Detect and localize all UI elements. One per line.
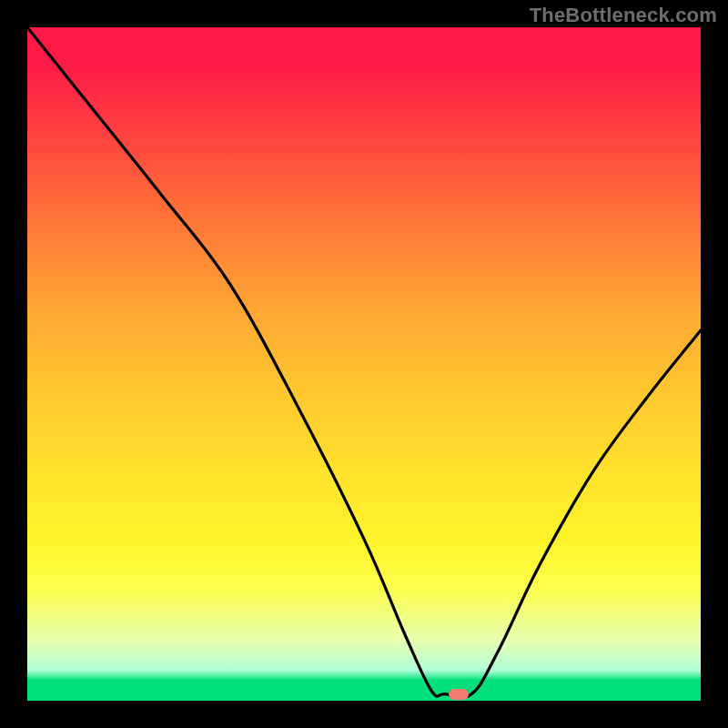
chart-frame: TheBottleneck.com — [0, 0, 728, 728]
plot-area — [27, 27, 701, 701]
optimal-point-marker — [449, 689, 469, 700]
attribution-text: TheBottleneck.com — [530, 4, 717, 27]
bottleneck-curve — [27, 27, 701, 701]
curve-path — [27, 27, 701, 698]
